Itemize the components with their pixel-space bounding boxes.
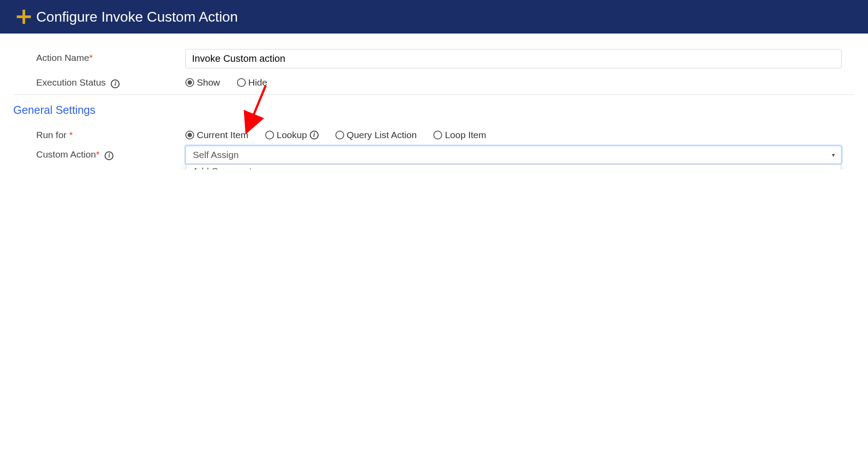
radio-lookup[interactable]: Lookup i [265,130,319,140]
radio-loop-item[interactable]: Loop Item [433,130,486,140]
radio-icon [335,131,344,139]
radio-exec-hide[interactable]: Hide [237,77,267,88]
row-custom-action: Custom Action* i Self Assign ▾ Add Comme… [13,146,855,164]
radio-query-list-action[interactable]: Query List Action [335,130,417,140]
divider [13,94,855,95]
plus-icon [17,10,31,24]
select-value[interactable]: Self Assign [186,146,841,164]
info-icon[interactable]: i [111,79,120,88]
dialog-title: Configure Invoke Custom Action [36,9,238,25]
radio-icon [185,131,194,139]
radio-exec-show[interactable]: Show [185,77,220,88]
dialog-header: Configure Invoke Custom Action [0,0,868,34]
radio-current-item[interactable]: Current Item [185,130,248,140]
custom-action-dropdown[interactable]: Add CommentsArchive TicketsAssign to som… [186,164,841,169]
label-action-name: Action Name* [13,49,185,63]
section-general-settings: General Settings [13,104,855,116]
label-run-for: Run for * [13,126,185,140]
info-icon[interactable]: i [310,131,319,139]
label-custom-action: Custom Action* i [13,146,185,160]
radio-label: Query List Action [347,130,417,140]
radio-icon [237,78,246,87]
row-run-for: Run for * Current Item Lookup i Que [13,126,855,140]
radio-label: Current Item [197,130,248,140]
info-icon[interactable]: i [105,151,113,160]
row-action-name: Action Name* [13,49,855,68]
dropdown-option[interactable]: Add Comments [186,165,841,169]
action-name-input[interactable] [185,49,842,68]
row-execution-status: Execution Status i Show Hide [13,74,855,88]
label-execution-status: Execution Status i [13,74,185,88]
radio-icon [185,78,194,87]
radio-label: Show [197,77,220,88]
radio-icon [433,131,442,139]
radio-label: Hide [248,77,267,88]
radio-label: Lookup [277,130,307,140]
radio-icon [265,131,274,139]
custom-action-select[interactable]: Self Assign ▾ Add CommentsArchive Ticket… [185,146,842,164]
radio-label: Loop Item [445,130,486,140]
